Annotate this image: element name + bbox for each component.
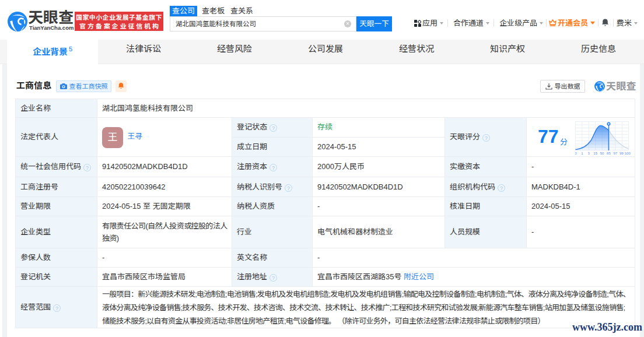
svg-text:0: 0 — [575, 151, 577, 155]
svg-text:100: 100 — [625, 151, 631, 155]
svg-text:15: 15 — [593, 151, 597, 155]
svg-text:50: 50 — [600, 151, 604, 155]
svg-text:97: 97 — [614, 151, 618, 155]
svg-text:3: 3 — [588, 151, 590, 155]
svg-text:99: 99 — [620, 151, 624, 155]
svg-text:1: 1 — [581, 151, 583, 155]
svg-text:85: 85 — [607, 151, 611, 155]
